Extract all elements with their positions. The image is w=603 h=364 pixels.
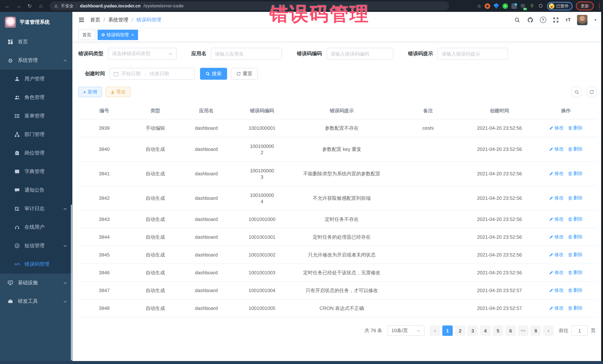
extension-icon-list[interactable]: on [520,3,526,9]
sidebar-item-devtools[interactable]: 研发工具 [0,292,72,311]
page-size-select[interactable]: 10条/页 [387,325,425,336]
delete-button[interactable]: 删除 [568,305,583,311]
avatar-caret-icon[interactable]: ▼ [594,18,597,22]
close-icon[interactable]: × [131,32,134,37]
help-icon[interactable]: ? [540,17,546,23]
breadcrumb-system[interactable]: 系统管理 [108,16,128,23]
page-button-4[interactable]: 4 [480,325,491,336]
browser-home-icon[interactable]: ⌂ [37,2,45,10]
browser-back-icon[interactable]: ← [4,2,11,10]
cell-hint: 不能删除类型为系统内置的参数配置 [292,170,392,177]
goto-page-input[interactable] [571,325,588,336]
edit-button[interactable]: 修改 [549,170,564,177]
sidebar-subitem-2[interactable]: 菜单管理 [0,107,72,125]
search-icon[interactable] [514,16,521,23]
extensions-puzzle-icon[interactable]: ⭔ [538,3,544,9]
sidebar-subitem-0[interactable]: 用户管理 [0,70,72,88]
col-ops: 操作 [535,108,597,114]
sidebar-subitem-3[interactable]: 部门管理 [0,125,72,144]
page-button-6[interactable]: 6 [505,325,516,336]
refresh-table-icon-button[interactable] [586,86,597,98]
edit-button[interactable]: 修改 [549,146,564,152]
font-size-icon[interactable]: ᴛT [566,17,571,22]
address-bar[interactable]: ⚠ 不安全 dashboard.yudao.iocoder.cn/system/… [50,1,449,10]
delete-button[interactable]: 删除 [568,252,583,258]
page-button-8[interactable]: 8 [531,325,541,336]
page-button-2[interactable]: 2 [455,325,465,336]
add-button[interactable]: + 新增 [78,87,102,97]
profile-paused-chip[interactable]: 已暂停 [547,2,573,10]
delete-button[interactable]: 删除 [568,170,583,177]
export-button[interactable]: 导出 [105,87,130,97]
breadcrumb-home[interactable]: 首页 [90,16,100,23]
sidebar-subitem-10[interactable]: </>错误码管理 [0,255,72,274]
sidebar-subitem-8[interactable]: 在线用户 [0,218,72,236]
page-more-icon[interactable]: ••• [518,325,528,336]
cell-hint: 只允许修改为开启或者关闭状态 [292,252,392,258]
next-page-button[interactable]: › [543,325,554,336]
sidebar-logo-row[interactable]: 芋道管理系统 [0,12,72,33]
search-button[interactable]: 搜索 [200,68,227,80]
edit-button[interactable]: 修改 [549,234,564,240]
extension-icon-v[interactable]: v [502,3,508,9]
create-time-range-picker[interactable]: 开始日期 - 结束日期 [109,68,195,80]
reset-button[interactable]: 重置 [231,68,258,80]
error-type-select[interactable]: 请选择错误码类型 [108,48,176,60]
breadcrumb: 首页 / 系统管理 / 错误码管理 [90,16,162,23]
sidebar-item-infra[interactable]: 基础设施 [0,274,72,292]
extension-icon-grid[interactable] [511,3,517,9]
edit-button[interactable]: 修改 [549,287,564,294]
sidebar-subitem-6[interactable]: 通知公告 [0,181,72,199]
sidebar-subitem-7[interactable]: 审计日志 [0,199,72,218]
extension-icon-key[interactable]: ⚲ [529,3,535,9]
sidebar-subitem-9[interactable]: 短信管理 [0,236,72,255]
error-code-input[interactable] [326,48,393,60]
delete-button[interactable]: 删除 [568,216,583,222]
extension-icon-orange[interactable] [485,3,490,9]
delete-button[interactable]: 删除 [568,146,583,152]
delete-button[interactable]: 删除 [568,287,583,294]
delete-button[interactable]: 删除 [568,234,583,240]
edit-button[interactable]: 修改 [549,125,564,131]
delete-button[interactable]: 删除 [568,125,583,131]
page-button-3[interactable]: 3 [468,325,478,336]
edit-button[interactable]: 修改 [549,269,564,276]
sidebar-subitem-4[interactable]: 岗位管理 [0,144,72,162]
browser-update-button[interactable]: 更新 [576,1,594,10]
sidebar-subitem-1[interactable]: 角色管理 [0,88,72,107]
cell-time: 2021-04-20 23:52:56 [464,234,535,240]
error-hint-input[interactable] [438,48,508,60]
prev-page-button[interactable]: ‹ [430,325,440,336]
sidebar-collapse-icon[interactable] [78,17,85,23]
show-search-icon-button[interactable] [571,86,582,98]
extension-icon-gem[interactable] [494,3,499,9]
cell-type: 自动生成 [130,234,180,240]
cell-time: 2021-04-20 23:52:56 [464,125,535,131]
edit-button[interactable]: 修改 [549,252,564,258]
browser-menu-icon[interactable]: ⋮⋮⋮ [597,3,599,9]
sidebar-scrollbar[interactable] [71,205,72,360]
cell-time: 2021-04-20 23:52:57 [464,305,535,311]
browser-forward-icon[interactable]: → [15,2,22,10]
tag-home[interactable]: 首页 [78,30,95,40]
sidebar-item-system[interactable]: ⚙ 系统管理 [0,51,72,70]
app-name-input[interactable] [211,48,282,60]
user-avatar[interactable] [577,15,587,25]
edit-button[interactable]: 修改 [549,195,564,201]
page-button-1[interactable]: 1 [442,325,453,336]
sidebar-subitem-5[interactable]: 字典管理 [0,162,72,181]
tag-error-code[interactable]: 错误码管理 × [98,30,138,40]
delete-button[interactable]: 删除 [568,195,583,201]
sidebar-item-home[interactable]: 首页 [0,33,72,51]
filter-time-label: 创建时间 [85,70,105,77]
fullscreen-icon[interactable] [553,16,559,23]
edit-button[interactable]: 修改 [549,305,564,311]
delete-button[interactable]: 删除 [568,269,583,276]
edit-button[interactable]: 修改 [549,216,564,222]
search-button-label: 搜索 [212,70,221,77]
chevron-down-icon [63,207,67,211]
bookmark-star-icon[interactable]: ☆ [477,3,481,9]
github-icon[interactable] [527,16,533,23]
page-button-5[interactable]: 5 [493,325,503,336]
browser-reload-icon[interactable]: ↻ [26,2,33,10]
